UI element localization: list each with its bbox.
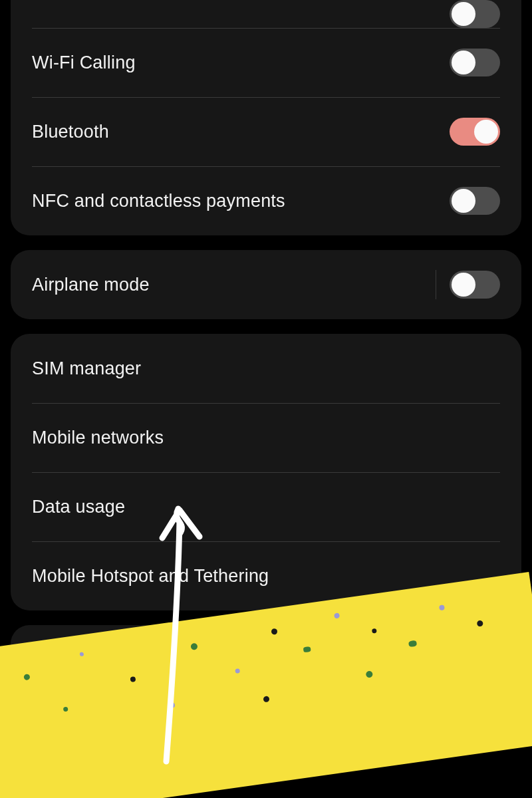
speck — [271, 628, 277, 635]
speck — [235, 668, 241, 674]
speck — [79, 652, 84, 656]
card-airplane: Airplane mode — [11, 250, 521, 319]
speck — [63, 707, 68, 712]
row-label: SIM manager — [32, 358, 141, 379]
settings-row-wifi-calling[interactable]: Wi-Fi Calling — [11, 28, 521, 97]
toggle-wrap — [450, 187, 500, 215]
settings-row-nfc[interactable]: NFC and contactless payments — [11, 166, 521, 235]
speck — [366, 671, 373, 678]
speck — [23, 674, 30, 680]
speck — [334, 612, 340, 618]
row-label: Bluetooth — [32, 122, 109, 142]
speck — [263, 696, 269, 702]
toggle-wrap — [450, 118, 500, 146]
row-label: Wi-Fi Calling — [32, 53, 136, 73]
toggle-wrap — [450, 0, 500, 28]
toggle-unknown[interactable] — [450, 0, 500, 28]
vertical-divider — [436, 270, 436, 299]
speck — [408, 640, 417, 648]
speck — [477, 620, 483, 627]
settings-row-data-usage[interactable]: Data usage — [11, 472, 521, 541]
toggle-knob — [452, 189, 475, 213]
row-label: Mobile networks — [32, 428, 164, 448]
toggle-airplane-mode[interactable] — [450, 271, 500, 299]
speck — [130, 676, 136, 682]
speck — [439, 604, 445, 610]
card-connectivity: Wi-Fi Calling Bluetooth NFC and contactl… — [11, 0, 521, 235]
speck — [169, 702, 175, 708]
settings-row-sim-manager[interactable]: SIM manager — [11, 334, 521, 403]
row-label: NFC and contactless payments — [32, 191, 285, 211]
toggle-wifi-calling[interactable] — [450, 49, 500, 76]
toggle-knob — [452, 273, 475, 297]
toggle-wrap — [436, 270, 500, 299]
settings-row-bluetooth[interactable]: Bluetooth — [11, 97, 521, 166]
toggle-knob — [452, 51, 475, 74]
card-network: SIM manager Mobile networks Data usage M… — [11, 334, 521, 610]
toggle-knob — [474, 120, 498, 144]
toggle-wrap — [450, 49, 500, 76]
speck — [303, 646, 311, 652]
settings-page: Wi-Fi Calling Bluetooth NFC and contactl… — [0, 0, 532, 672]
speck — [371, 628, 376, 634]
toggle-knob — [452, 2, 475, 26]
settings-row-mobile-networks[interactable]: Mobile networks — [11, 403, 521, 472]
speck — [190, 643, 198, 650]
toggle-bluetooth[interactable] — [450, 118, 500, 146]
row-label: Data usage — [32, 497, 125, 517]
settings-row-airplane-mode[interactable]: Airplane mode — [11, 250, 521, 319]
row-label: Airplane mode — [32, 275, 150, 295]
toggle-nfc[interactable] — [450, 187, 500, 215]
settings-row-partial[interactable] — [11, 0, 521, 28]
row-label: Mobile Hotspot and Tethering — [32, 566, 269, 587]
